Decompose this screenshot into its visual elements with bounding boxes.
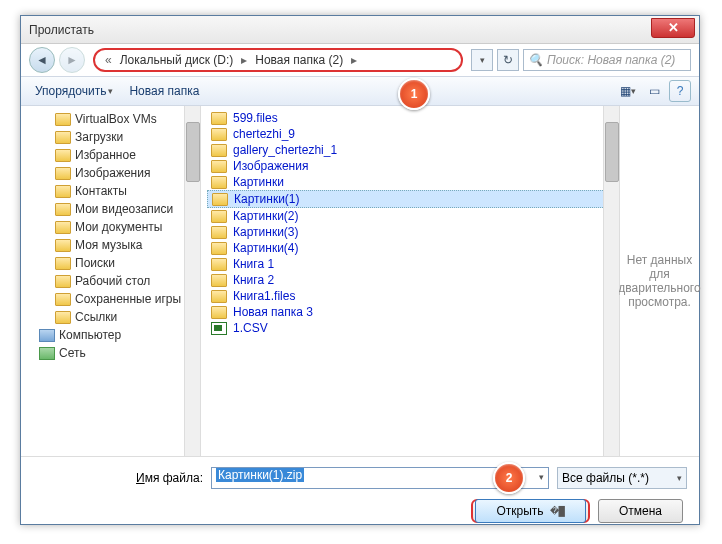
tree-item-label: Контакты: [75, 184, 127, 198]
tree-item-label: Изображения: [75, 166, 150, 180]
file-item-label: gallery_chertezhi_1: [233, 143, 337, 157]
file-dialog-window: Пролистать ✕ ◄ ► « Локальный диск (D:) ▸…: [20, 15, 700, 525]
forward-button[interactable]: ►: [59, 47, 85, 73]
close-button[interactable]: ✕: [651, 18, 695, 38]
tree-item[interactable]: Мои документы: [21, 218, 200, 236]
tree-item-label: Поиски: [75, 256, 115, 270]
button-row: Открыть �█ Отмена: [33, 499, 687, 523]
tree-item[interactable]: Рабочий стол: [21, 272, 200, 290]
tree-item[interactable]: Загрузки: [21, 128, 200, 146]
breadcrumb-item[interactable]: Локальный диск (D:): [118, 53, 236, 67]
toolbar: Упорядочить ▾ Новая папка ▦▾ ▭ ?: [21, 76, 699, 106]
file-item[interactable]: 599.files: [207, 110, 613, 126]
list-scrollbar[interactable]: [603, 106, 619, 456]
file-item[interactable]: 1.CSV: [207, 320, 613, 336]
chevron-down-icon: �█: [550, 506, 565, 516]
file-item[interactable]: Новая папка 3: [207, 304, 613, 320]
tree-item[interactable]: Сеть: [21, 344, 200, 362]
folder-icon: [55, 239, 71, 252]
folder-icon: [55, 293, 71, 306]
tree-item[interactable]: Сохраненные игры: [21, 290, 200, 308]
folder-icon: [211, 128, 227, 141]
folder-icon: [211, 274, 227, 287]
csv-file-icon: [211, 322, 227, 335]
tree-item[interactable]: Контакты: [21, 182, 200, 200]
breadcrumb[interactable]: « Локальный диск (D:) ▸ Новая папка (2) …: [93, 48, 463, 72]
tree-item-label: Загрузки: [75, 130, 123, 144]
search-input[interactable]: 🔍 Поиск: Новая папка (2): [523, 49, 691, 71]
tree-scrollbar[interactable]: [184, 106, 200, 456]
tree-item[interactable]: Мои видеозаписи: [21, 200, 200, 218]
file-item[interactable]: Картинки(3): [207, 224, 613, 240]
file-item[interactable]: Книга 2: [207, 272, 613, 288]
filename-label: Имя файла:: [33, 471, 203, 485]
filter-dropdown[interactable]: Все файлы (*.*) ▾: [557, 467, 687, 489]
tree-item[interactable]: VirtualBox VMs: [21, 110, 200, 128]
file-item[interactable]: chertezhi_9: [207, 126, 613, 142]
folder-icon: [211, 290, 227, 303]
folder-icon: [55, 311, 71, 324]
open-button[interactable]: Открыть �█: [475, 499, 586, 523]
chevron-down-icon[interactable]: ▾: [539, 472, 544, 482]
tree-item[interactable]: Компьютер: [21, 326, 200, 344]
chevron-down-icon: ▾: [677, 473, 682, 483]
breadcrumb-item[interactable]: Новая папка (2): [253, 53, 345, 67]
tree-item-label: Мои видеозаписи: [75, 202, 173, 216]
refresh-button[interactable]: ↻: [497, 49, 519, 71]
folder-icon: [211, 258, 227, 271]
folder-icon: [55, 257, 71, 270]
file-item-label: Изображения: [233, 159, 308, 173]
file-item-label: 1.CSV: [233, 321, 268, 335]
file-item-label: Книга1.files: [233, 289, 295, 303]
new-folder-button[interactable]: Новая папка: [123, 82, 205, 100]
folder-icon: [211, 112, 227, 125]
file-item[interactable]: Книга 1: [207, 256, 613, 272]
file-item[interactable]: Изображения: [207, 158, 613, 174]
preview-pane-button[interactable]: ▭: [643, 80, 665, 102]
folder-tree[interactable]: VirtualBox VMsЗагрузкиИзбранноеИзображен…: [21, 106, 201, 456]
tree-item[interactable]: Ссылки: [21, 308, 200, 326]
folder-icon: [211, 176, 227, 189]
chevron-right-icon: ▸: [347, 53, 361, 67]
chevron-right-icon: ▸: [237, 53, 251, 67]
tree-item-label: Сохраненные игры: [75, 292, 181, 306]
file-item-label: Книга 1: [233, 257, 274, 271]
organize-menu[interactable]: Упорядочить ▾: [29, 82, 119, 100]
file-list[interactable]: 599.fileschertezhi_9gallery_chertezhi_1И…: [201, 106, 619, 456]
folder-icon: [211, 144, 227, 157]
tree-item[interactable]: Поиски: [21, 254, 200, 272]
filter-label: Все файлы (*.*): [562, 471, 649, 485]
help-button[interactable]: ?: [669, 80, 691, 102]
folder-icon: [211, 160, 227, 173]
filename-value: Картинки(1).zip: [216, 468, 304, 482]
file-item-label: Новая папка 3: [233, 305, 313, 319]
tree-item[interactable]: Избранное: [21, 146, 200, 164]
file-item[interactable]: Картинки(2): [207, 208, 613, 224]
file-item[interactable]: Книга1.files: [207, 288, 613, 304]
filename-row: Имя файла: Картинки(1).zip ▾ Все файлы (…: [33, 467, 687, 489]
scrollbar-thumb[interactable]: [605, 122, 619, 182]
tree-item-label: Моя музыка: [75, 238, 142, 252]
file-item[interactable]: Картинки(1): [207, 190, 613, 208]
preview-text: Нет данных для дварительного просмотра.: [618, 253, 700, 309]
view-mode-button[interactable]: ▦▾: [617, 80, 639, 102]
callout-1: 1: [398, 78, 430, 110]
tree-item[interactable]: Моя музыка: [21, 236, 200, 254]
callout-2: 2: [493, 462, 525, 494]
chevron-down-icon: ▾: [108, 86, 113, 96]
tree-item[interactable]: Изображения: [21, 164, 200, 182]
breadcrumb-dropdown[interactable]: ▾: [471, 49, 493, 71]
file-item[interactable]: gallery_chertezhi_1: [207, 142, 613, 158]
search-placeholder: Поиск: Новая папка (2): [547, 53, 675, 67]
file-item[interactable]: Картинки: [207, 174, 613, 190]
file-item-label: Картинки(2): [233, 209, 299, 223]
footer: Имя файла: Картинки(1).zip ▾ Все файлы (…: [21, 456, 699, 533]
cancel-button[interactable]: Отмена: [598, 499, 683, 523]
titlebar: Пролистать ✕: [21, 16, 699, 44]
window-title: Пролистать: [29, 23, 94, 37]
scrollbar-thumb[interactable]: [186, 122, 200, 182]
tree-item-label: Компьютер: [59, 328, 121, 342]
back-button[interactable]: ◄: [29, 47, 55, 73]
file-item[interactable]: Картинки(4): [207, 240, 613, 256]
tree-item-label: Рабочий стол: [75, 274, 150, 288]
